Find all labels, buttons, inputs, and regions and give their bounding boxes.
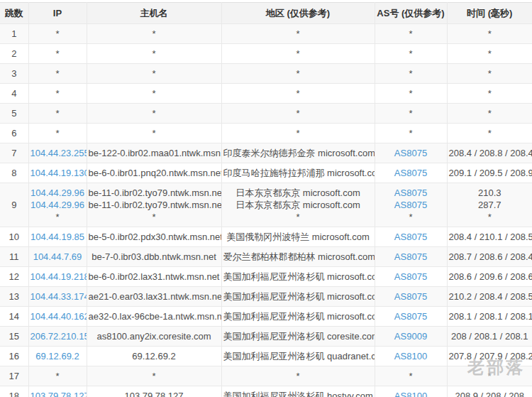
region-cell: * (221, 24, 375, 44)
asterisk-value: * (31, 28, 85, 40)
column-header-4: AS号 (仅供参考) (375, 3, 447, 24)
host-cell: be-5-0.ibr02.pdx30.ntwk.msn.net (87, 227, 221, 247)
ip-link[interactable]: 104.44.19.218 (31, 271, 85, 283)
asn-cell: AS9009 (375, 327, 447, 347)
ip-cell: 103.79.78.127 (28, 386, 87, 397)
ip-link[interactable]: 104.44.7.69 (31, 251, 85, 263)
asterisk-value: * (377, 48, 445, 60)
ip-cell: 104.44.19.130 (28, 163, 87, 183)
host-cell-text: 103.79.78.127 (89, 390, 220, 397)
time-cell: 208.4 / 210.1 / 208.5 (447, 227, 532, 247)
asn-link[interactable]: AS8075 (377, 147, 445, 159)
hop-cell: 8 (0, 163, 28, 183)
asn-link[interactable]: AS8075 (377, 231, 445, 243)
hop-cell: 1 (0, 24, 28, 44)
asterisk-value: * (377, 28, 445, 40)
time-cell: 207.8 / 207.9 / 208.2 (447, 347, 532, 366)
ip-cell: 104.44.19.85 (28, 227, 87, 247)
table-row: 10104.44.19.85be-5-0.ibr02.pdx30.ntwk.ms… (0, 227, 532, 247)
column-header-3: 地区 (仅供参考) (221, 3, 375, 24)
asn-link[interactable]: AS8075 (377, 167, 445, 179)
ip-cell: * (28, 44, 87, 64)
hop-cell: 11 (0, 247, 28, 267)
host-cell: * (87, 84, 221, 104)
host-cell: * (87, 124, 221, 143)
asn-link[interactable]: AS9009 (377, 330, 445, 342)
asterisk-value: * (89, 48, 220, 60)
asterisk-value: * (223, 67, 373, 80)
time-cell-text: 208.9 / 208 / 208 (449, 390, 531, 397)
ip-link[interactable]: 103.79.78.127 (31, 390, 85, 397)
region-cell: 美国加利福尼亚州洛杉矶 hostvy.com (221, 386, 375, 397)
time-cell: 208 / 208.1 / 208.1 (447, 327, 532, 347)
hop-cell-text: 15 (1, 330, 27, 342)
asn-link[interactable]: AS8075 (377, 290, 445, 303)
ip-link[interactable]: 104.44.19.130 (31, 167, 85, 179)
time-cell: * (447, 64, 532, 84)
asn-link[interactable]: AS8100 (377, 350, 445, 362)
table-row: 13104.44.33.174ae21-0.ear03.lax31.ntwk.m… (0, 287, 532, 307)
region-cell-text: 美国加利福尼亚州洛杉矶 coresite.com (223, 330, 373, 342)
region-cell: * (221, 104, 375, 124)
asterisk-value: * (31, 211, 85, 223)
region-cell: * (221, 44, 375, 64)
region-cell: 美国加利福尼亚州洛杉矶 microsoft.com (221, 267, 375, 287)
time-cell: * (447, 366, 532, 386)
table-row: 2***** (0, 44, 532, 64)
ip-cell: * (28, 64, 87, 84)
time-cell-text: 210.3 (449, 187, 531, 199)
time-cell-text: 210.2 / 208.4 / 208.5 (449, 290, 531, 303)
table-row: 18103.79.78.127103.79.78.127美国加利福尼亚州洛杉矶 … (0, 386, 532, 397)
table-row: 11104.44.7.69be-7-0.ibr03.dbb.ntwk.msn.n… (0, 247, 532, 267)
ip-cell: * (28, 24, 87, 44)
ip-link[interactable]: 206.72.210.159 (31, 330, 85, 342)
ip-link[interactable]: 104.44.29.96 (31, 199, 85, 211)
time-cell: * (447, 44, 532, 64)
host-cell-text: be-6-0.ibr02.lax31.ntwk.msn.net (89, 271, 220, 283)
region-cell: 美国加利福尼亚州洛杉矶 quadranet.com (221, 347, 375, 366)
asn-link[interactable]: AS8075 (377, 187, 445, 199)
host-cell: * (87, 44, 221, 64)
table-row: 1***** (0, 24, 532, 44)
region-cell-text: 美国加利福尼亚州洛杉矶 microsoft.com (223, 271, 373, 283)
time-cell: 209.1 / 209.5 / 208.9 (447, 163, 532, 183)
host-cell-text: 69.12.69.2 (89, 350, 220, 362)
hop-cell: 4 (0, 84, 28, 104)
hop-cell-text: 10 (1, 231, 27, 243)
host-cell-text: as8100.any2ix.coresite.com (89, 330, 220, 342)
asterisk-value: * (449, 107, 531, 119)
ip-link[interactable]: 104.44.29.96 (31, 187, 85, 199)
hop-cell: 5 (0, 104, 28, 124)
asn-link[interactable]: AS8075 (377, 199, 445, 211)
hop-cell: 2 (0, 44, 28, 64)
asn-cell: AS8075 (375, 307, 447, 327)
ip-link[interactable]: 104.44.40.162 (31, 310, 85, 322)
asn-link[interactable]: AS8100 (377, 390, 445, 397)
host-cell-text: be-7-0.ibr03.dbb.ntwk.msn.net (89, 251, 220, 263)
region-cell-text: 印度马哈拉施特拉邦浦那 microsoft.com (223, 167, 373, 179)
asterisk-value: * (223, 48, 373, 60)
host-cell-text: ae32-0.lax-96cbe-1a.ntwk.msn.net (89, 310, 220, 322)
hop-cell-text: 16 (1, 350, 27, 362)
asn-link[interactable]: AS8075 (377, 251, 445, 263)
hop-cell: 12 (0, 267, 28, 287)
column-header-5: 时间 (毫秒) (447, 3, 532, 24)
table-row: 17***** (0, 366, 532, 386)
asterisk-value: * (31, 48, 85, 60)
ip-link[interactable]: 69.12.69.2 (31, 350, 85, 362)
ip-link[interactable]: 104.44.23.255 (31, 147, 85, 159)
table-row: 14104.44.40.162ae32-0.lax-96cbe-1a.ntwk.… (0, 307, 532, 327)
ip-link[interactable]: 104.44.33.174 (31, 290, 85, 303)
asn-link[interactable]: AS8075 (377, 271, 445, 283)
asterisk-value: * (89, 211, 220, 223)
asterisk-value: * (449, 87, 531, 99)
ip-link[interactable]: 104.44.19.85 (31, 231, 85, 243)
time-cell-text: 208.4 / 210.1 / 208.5 (449, 231, 531, 243)
hop-cell: 9 (0, 183, 28, 227)
hop-cell: 6 (0, 124, 28, 143)
region-cell: 印度马哈拉施特拉邦浦那 microsoft.com (221, 163, 375, 183)
region-cell-text: 美国加利福尼亚州洛杉矶 quadranet.com (223, 350, 373, 362)
asn-link[interactable]: AS8075 (377, 310, 445, 322)
host-cell: ae21-0.ear03.lax31.ntwk.msn.net (87, 287, 221, 307)
asn-cell: * (375, 366, 447, 386)
